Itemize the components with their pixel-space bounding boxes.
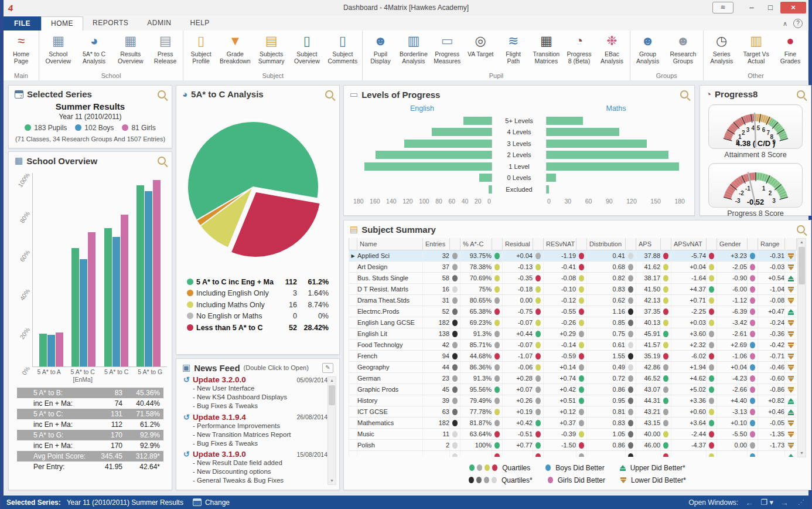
ribbon-item-results-overview[interactable]: ▦Results Overview	[112, 32, 149, 72]
column-header-a-c[interactable]: % A*-C	[460, 238, 492, 250]
change-series-button[interactable]: Change	[205, 498, 230, 507]
column-header-dot[interactable]	[533, 238, 544, 250]
search-icon[interactable]	[325, 90, 333, 99]
table-row[interactable]: French9444.68%-1.07-0.591.5535.19-6.02-1…	[349, 351, 797, 362]
ribbon-item-pupil-display[interactable]: ☻Pupil Display	[364, 32, 397, 72]
table-row[interactable]: German2391.3%+0.28+0.740.7246.52+4.62-4.…	[349, 373, 797, 384]
scroll-up-icon[interactable]: ▲	[328, 377, 336, 384]
scroll-up-icon[interactable]: ▲	[798, 239, 806, 246]
cup-icon[interactable]: ≋	[712, 2, 733, 13]
table-row[interactable]: Art Design3778.38%-0.13-0.410.6841.62+0.…	[349, 262, 797, 273]
table-row[interactable]: Drama Theat.Stds3180.65%0.00-0.120.6242.…	[349, 295, 797, 306]
tab-file[interactable]: FILE	[4, 16, 41, 30]
ribbon-item-research-groups[interactable]: ☻Research Groups	[664, 32, 702, 72]
ribbon-item-5a-to-c-analysis[interactable]: ◕5A* to C Analysis	[76, 32, 112, 72]
table-row[interactable]: ▶Applied Sci3293.75%+0.04-1.190.4137.88-…	[349, 250, 797, 262]
table-row[interactable]: Electrnc.Prods5265.38%-0.75-0.551.1637.3…	[349, 306, 797, 317]
ribbon-item-fine-grades[interactable]: ●Fine Grades	[774, 32, 807, 72]
ribbon-item-progress-measures[interactable]: ▭Progress Measures	[430, 32, 464, 72]
table-row[interactable]	[349, 451, 797, 457]
compose-icon[interactable]: ✎	[322, 363, 333, 373]
column-header-dot[interactable]	[626, 238, 636, 250]
news-scrollbar[interactable]: ▲ ▼	[327, 376, 336, 485]
scroll-down-icon[interactable]: ▼	[328, 477, 336, 484]
column-header-dot[interactable]	[492, 238, 503, 250]
column-header-aps[interactable]: APS	[636, 238, 661, 250]
table-row[interactable]: English Lit13891.3%+0.44+0.290.7545.91+3…	[349, 328, 797, 340]
ribbon-item-transition-matrices[interactable]: ▦Transition Matrices	[530, 32, 562, 72]
search-icon[interactable]	[680, 90, 688, 99]
ribbon-item-press-release[interactable]: ▤Press Release	[149, 32, 182, 72]
search-icon[interactable]	[797, 225, 805, 233]
quartile-dot	[663, 398, 668, 404]
help-icon[interactable]: ?	[793, 19, 803, 28]
ribbon-item-subject-overview[interactable]: ▯Subject Overview	[290, 32, 325, 72]
prev-window-icon[interactable]: ←	[745, 498, 753, 507]
ribbon-item-school-overview[interactable]: ▦School Overview	[40, 32, 76, 72]
column-header-range[interactable]: Range	[758, 238, 785, 250]
news-item[interactable]: ↺Update 3.1.9.015/08/2014- New Result Da…	[183, 450, 327, 486]
table-row[interactable]: Mathematics18281.87%+0.42+0.370.8343.15+…	[349, 418, 797, 429]
column-header-name[interactable]: Name	[357, 238, 423, 250]
news-item[interactable]: ↺Update 3.1.9.426/08/2014- Performance I…	[183, 413, 327, 449]
column-header-dot[interactable]	[748, 238, 758, 250]
tab-admin[interactable]: ADMIN	[138, 16, 180, 30]
maximize-button[interactable]: □	[762, 2, 779, 13]
column-header-entries[interactable]: Entries	[423, 238, 450, 250]
search-icon[interactable]	[797, 90, 805, 99]
calendar-icon[interactable]	[193, 498, 202, 506]
resize-grip[interactable]: ⋰	[798, 498, 804, 506]
ribbon-item-flight-path[interactable]: ≋Flight Path	[497, 32, 530, 72]
table-row[interactable]: Food Technolgy4285.71%-0.07-0.140.6141.5…	[349, 340, 797, 351]
scroll-thumb[interactable]	[329, 385, 335, 405]
table-row[interactable]: Music1163.64%-0.51-0.391.0540.00-2.44-5.…	[349, 429, 797, 440]
table-row[interactable]: History3979.49%+0.26+0.510.9544.31+3.36+…	[349, 395, 797, 406]
table-row[interactable]: D T Resist. Matrls1675%-0.18-0.100.8341.…	[349, 284, 797, 295]
column-header-apsvnat[interactable]: APSvNAT	[671, 238, 707, 250]
news-list[interactable]: ↺Update 3.2.0.005/09/2014- New User Inte…	[183, 375, 327, 486]
table-row[interactable]: ICT GCSE6377.78%+0.19+0.120.8143.21+0.60…	[349, 406, 797, 418]
column-header-resvnat[interactable]: RESvNAT	[544, 238, 576, 250]
ribbon-item-group-analysis[interactable]: ☻Group Analysis	[632, 32, 664, 72]
windows-list-icon[interactable]: ❐ ▾	[760, 498, 773, 507]
column-header-gender[interactable]: Gender	[717, 238, 748, 250]
search-icon[interactable]	[158, 90, 166, 99]
ribbon-item-grade-breakdown[interactable]: ▼Grade Breakdown	[217, 32, 253, 72]
column-header-dot[interactable]	[661, 238, 671, 250]
table-row[interactable]: Bus. Studs Single5870.69%-0.35-0.080.823…	[349, 273, 797, 284]
column-header-dot[interactable]	[450, 238, 460, 250]
search-icon[interactable]	[158, 157, 166, 165]
ribbon-item-borderline-analysis[interactable]: ▥Borderline Analysis	[397, 32, 430, 72]
tab-home[interactable]: HOME	[41, 16, 83, 30]
table-row[interactable]: English Lang GCSE18269.23%-0.07-0.260.85…	[349, 317, 797, 328]
close-button[interactable]: ×	[780, 2, 806, 13]
table-row[interactable]: Geography4486.36%-0.06+0.140.4942.86+1.9…	[349, 362, 797, 373]
ribbon-item-va-target[interactable]: ◎VA Target	[464, 32, 497, 72]
minimize-button[interactable]: –	[743, 2, 760, 13]
column-header-dot[interactable]	[576, 238, 587, 250]
collapse-ribbon-icon[interactable]: ∧	[783, 20, 787, 28]
subject-table-body[interactable]: ▶Applied Sci3293.75%+0.04-1.190.4137.88-…	[349, 250, 796, 457]
column-header-distribution[interactable]: Distribution	[587, 238, 626, 250]
column-header-dot[interactable]	[785, 238, 797, 250]
table-row[interactable]: Graphic Prods4595.56%+0.07+0.420.8643.07…	[349, 384, 797, 395]
ribbon-item-subject-profile[interactable]: ▯Subject Profile	[185, 32, 217, 72]
ribbon-item-home-page[interactable]: ≈Home Page	[5, 32, 37, 72]
news-item[interactable]: ↺Update 3.2.0.005/09/2014- New User Inte…	[183, 375, 327, 411]
y-tick-label: 20%	[18, 326, 31, 340]
tab-reports[interactable]: REPORTS	[83, 16, 138, 30]
ribbon-item-ebac-analysis[interactable]: ❉EBac Analysis	[596, 32, 629, 72]
scroll-down-icon[interactable]: ▼	[798, 450, 806, 457]
scroll-thumb[interactable]	[799, 247, 805, 284]
ribbon-item-target-vs-actual[interactable]: ▥Target Vs Actual	[738, 32, 774, 72]
next-window-icon[interactable]: →	[780, 498, 789, 507]
ribbon-item-subjects-summary[interactable]: ▤Subjects Summary	[253, 32, 290, 72]
ribbon-item-subject-comments[interactable]: ▯Subject Comments	[324, 32, 361, 72]
table-row[interactable]: Polish2100%+0.77-1.500.8646.00-4.370.00-…	[349, 440, 797, 451]
column-header-dot[interactable]	[707, 238, 717, 250]
ribbon-item-progress-8-beta[interactable]: ◔Progress 8 (Beta)	[563, 32, 596, 72]
table-scrollbar[interactable]: ▲ ▼	[797, 238, 806, 457]
ribbon-item-series-analysis[interactable]: ◷Series Analysis	[705, 32, 738, 72]
column-header-residual[interactable]: Residual	[503, 238, 533, 250]
tab-help[interactable]: HELP	[180, 16, 219, 30]
